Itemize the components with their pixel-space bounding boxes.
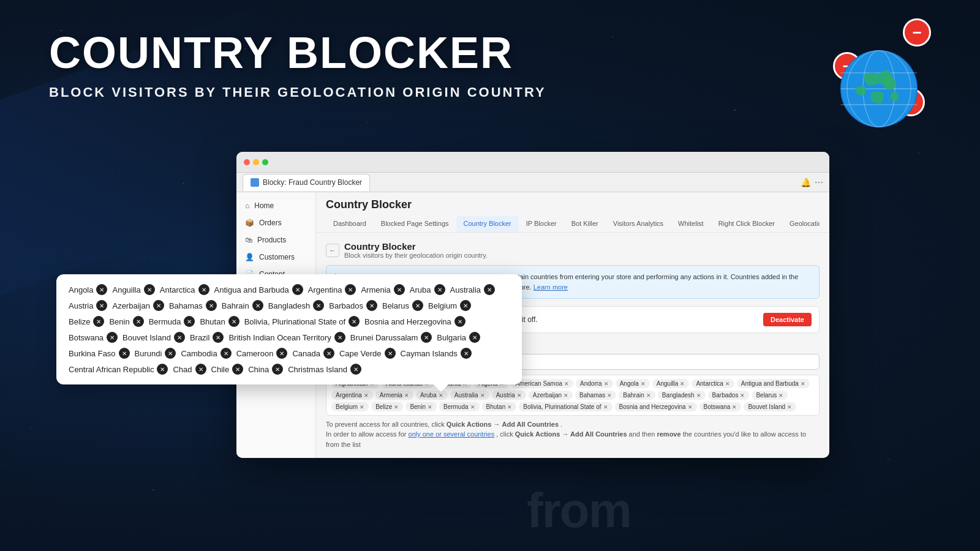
cloud-tag-remove[interactable]: ✕ xyxy=(228,316,239,327)
tab-right-click[interactable]: Right Click Blocker xyxy=(711,216,782,232)
cloud-tag-remove[interactable]: ✕ xyxy=(184,316,195,327)
sidebar-item-home[interactable]: ⌂ Home xyxy=(236,197,315,214)
tag-remove[interactable]: ✕ xyxy=(404,392,409,399)
cloud-tag-remove[interactable]: ✕ xyxy=(133,316,144,327)
cloud-tag-remove[interactable]: ✕ xyxy=(385,348,396,359)
cloud-tag-label: Anguilla xyxy=(112,285,140,294)
cloud-tag-remove[interactable]: ✕ xyxy=(469,332,480,343)
tag-remove[interactable]: ✕ xyxy=(696,392,701,399)
cloud-tag-remove[interactable]: ✕ xyxy=(313,300,324,311)
tag-remove[interactable]: ✕ xyxy=(470,404,475,410)
tag-remove[interactable]: ✕ xyxy=(787,404,792,410)
tab-ip-blocker[interactable]: IP Blocker xyxy=(519,216,564,232)
tag-remove[interactable]: ✕ xyxy=(740,392,745,399)
cloud-tag-remove[interactable]: ✕ xyxy=(221,348,232,359)
tag-remove[interactable]: ✕ xyxy=(732,404,737,410)
sidebar-item-products[interactable]: 🛍 Products xyxy=(236,231,315,249)
tab-blocked-page[interactable]: Blocked Page Settings xyxy=(374,216,456,232)
tag-remove[interactable]: ✕ xyxy=(364,392,369,399)
tag-remove[interactable]: ✕ xyxy=(428,404,432,410)
cloud-tag-label: Benin xyxy=(109,317,129,326)
cloud-tag-remove[interactable]: ✕ xyxy=(206,300,217,311)
tag-remove[interactable]: ✕ xyxy=(603,404,608,410)
cloud-tag-remove[interactable]: ✕ xyxy=(174,332,185,343)
tag-remove[interactable]: ✕ xyxy=(564,392,568,399)
cloud-tag-remove[interactable]: ✕ xyxy=(107,332,118,343)
tag-remove[interactable]: ✕ xyxy=(604,381,609,387)
cloud-tag-remove[interactable]: ✕ xyxy=(412,300,423,311)
tab-visitors-analytics[interactable]: Visitors Analytics xyxy=(606,216,671,232)
cloud-tag-remove[interactable]: ✕ xyxy=(394,284,405,295)
minimize-dot[interactable] xyxy=(253,159,259,165)
cloud-tag-item: Burundi✕ xyxy=(135,348,176,359)
cloud-tag-label: Cayman Islands xyxy=(401,349,458,358)
cloud-tag-remove[interactable]: ✕ xyxy=(119,348,130,359)
cloud-tag-remove[interactable]: ✕ xyxy=(292,284,303,295)
learn-more-link[interactable]: Learn more xyxy=(533,283,568,291)
section-header: ← Country Blocker Block visitors by thei… xyxy=(326,241,820,259)
cloud-tag-remove[interactable]: ✕ xyxy=(350,364,361,375)
tag-remove[interactable]: ✕ xyxy=(394,404,399,410)
back-button[interactable]: ← xyxy=(326,244,339,257)
tag-remove[interactable]: ✕ xyxy=(564,381,569,387)
cloud-tag-remove[interactable]: ✕ xyxy=(421,332,432,343)
only-one-link[interactable]: only one or several countries xyxy=(409,430,495,438)
cloud-tag-remove[interactable]: ✕ xyxy=(345,284,356,295)
cloud-tag-remove[interactable]: ✕ xyxy=(454,316,466,327)
cloud-tag-remove[interactable]: ✕ xyxy=(272,364,283,375)
cloud-tag-remove[interactable]: ✕ xyxy=(276,348,287,359)
cloud-tag-remove[interactable]: ✕ xyxy=(366,300,377,311)
tag-remove[interactable]: ✕ xyxy=(725,381,730,387)
tag-remove[interactable]: ✕ xyxy=(360,404,364,410)
cloud-tag-remove[interactable]: ✕ xyxy=(349,316,360,327)
cloud-tag-remove[interactable]: ✕ xyxy=(165,348,176,359)
tag-remove[interactable]: ✕ xyxy=(517,392,522,399)
cloud-tag-remove[interactable]: ✕ xyxy=(144,284,155,295)
cloud-tag-remove[interactable]: ✕ xyxy=(96,284,107,295)
cloud-tag-remove[interactable]: ✕ xyxy=(334,332,345,343)
cloud-tag-remove[interactable]: ✕ xyxy=(232,364,243,375)
tag-remove[interactable]: ✕ xyxy=(680,381,685,387)
tag-remove[interactable]: ✕ xyxy=(801,381,805,387)
cloud-tag-remove[interactable]: ✕ xyxy=(93,316,104,327)
cloud-tag-remove[interactable]: ✕ xyxy=(157,364,168,375)
tag-label: Bahamas xyxy=(579,392,605,399)
cloud-tag-item: Cape Verde✕ xyxy=(339,348,396,359)
tab-geolocation[interactable]: Geolocation Redirector xyxy=(782,216,820,232)
cloud-tag-remove[interactable]: ✕ xyxy=(460,300,471,311)
more-icon[interactable]: ⋯ xyxy=(815,178,823,187)
sidebar-item-orders[interactable]: 📦 Orders xyxy=(236,214,315,231)
cloud-tag-item: Armenia✕ xyxy=(361,284,404,295)
deactivate-button[interactable]: Deactivate xyxy=(763,313,812,326)
cloud-tag-remove[interactable]: ✕ xyxy=(198,284,209,295)
tag-remove[interactable]: ✕ xyxy=(646,392,651,399)
tab-dashboard[interactable]: Dashboard xyxy=(326,216,374,232)
country-tag: Aruba✕ xyxy=(416,391,448,400)
browser-tab[interactable]: Blocky: Fraud Country Blocker xyxy=(243,174,370,191)
cloud-tag-remove[interactable]: ✕ xyxy=(461,348,472,359)
tag-remove[interactable]: ✕ xyxy=(778,392,783,399)
tag-label: Bhutan xyxy=(486,403,506,410)
close-dot[interactable] xyxy=(244,159,250,165)
cloud-tag-remove[interactable]: ✕ xyxy=(96,300,107,311)
tag-remove[interactable]: ✕ xyxy=(641,381,646,387)
tag-remove[interactable]: ✕ xyxy=(607,392,612,399)
tag-remove[interactable]: ✕ xyxy=(480,392,485,399)
notification-icon[interactable]: 🔔 xyxy=(801,178,811,187)
tab-country-blocker[interactable]: Country Blocker xyxy=(456,216,519,232)
cloud-tag-remove[interactable]: ✕ xyxy=(195,364,206,375)
cloud-tag-remove[interactable]: ✕ xyxy=(484,284,495,295)
tag-remove[interactable]: ✕ xyxy=(507,404,512,410)
orders-icon: 📦 xyxy=(245,219,254,227)
tab-whitelist[interactable]: Whitelist xyxy=(671,216,711,232)
tag-remove[interactable]: ✕ xyxy=(439,392,443,399)
sidebar-item-customers[interactable]: 👤 Customers xyxy=(236,249,315,266)
cloud-tag-remove[interactable]: ✕ xyxy=(252,300,263,311)
cloud-tag-remove[interactable]: ✕ xyxy=(434,284,445,295)
cloud-tag-remove[interactable]: ✕ xyxy=(153,300,164,311)
cloud-tag-remove[interactable]: ✕ xyxy=(323,348,334,359)
tag-remove[interactable]: ✕ xyxy=(688,404,693,410)
maximize-dot[interactable] xyxy=(262,159,268,165)
cloud-tag-remove[interactable]: ✕ xyxy=(213,332,224,343)
tab-bot-killer[interactable]: Bot Killer xyxy=(564,216,606,232)
